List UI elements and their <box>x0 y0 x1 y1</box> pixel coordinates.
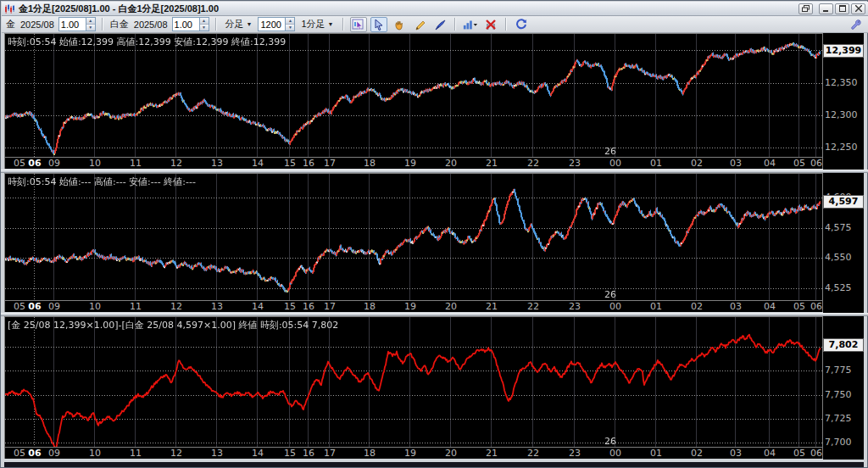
time-tick-label: 12 <box>170 158 182 169</box>
current-price-box: 4,597 <box>823 195 864 209</box>
time-tick-label: 05 <box>14 301 25 312</box>
spread-line-canvas[interactable] <box>4 316 823 448</box>
time-tick-label: 04 <box>764 301 776 312</box>
platinum-multiplier-input[interactable] <box>173 18 199 31</box>
maximize-button[interactable] <box>835 3 849 14</box>
platinum-time-axis: 0506091011121314151617181920212223000102… <box>4 301 823 312</box>
time-tick-label: 19 <box>404 158 416 169</box>
line-draw-button[interactable] <box>431 17 448 32</box>
time-tick-label: 15 <box>284 448 296 459</box>
time-tick-label: 05 <box>793 301 805 312</box>
platinum-multiplier-spinner: ▲▼ <box>172 17 209 31</box>
time-tick-label: 13 <box>211 448 223 459</box>
select-cursor-icon <box>373 19 384 31</box>
price-axis-label: 12,250 <box>825 142 858 153</box>
time-tick-label: 22 <box>527 301 539 312</box>
indicator-bars-button[interactable] <box>462 17 479 32</box>
time-tick-label: 17 <box>324 301 336 312</box>
time-tick-label: 20 <box>445 158 457 169</box>
platinum-multiplier-spin-buttons[interactable]: ▲▼ <box>199 18 209 31</box>
settings-wrench-button[interactable] <box>848 17 865 32</box>
spread-price-axis: 7,8007,7757,7507,7257,7007,802 <box>823 316 864 460</box>
time-tick-label: 21 <box>486 158 498 169</box>
bar-chart-icon <box>463 19 478 31</box>
window-bottom-strip <box>4 462 864 467</box>
chevron-down-icon: ▼ <box>247 21 253 27</box>
platinum-candlestick-canvas[interactable] <box>4 173 823 301</box>
time-tick-label: 09 <box>48 301 60 312</box>
time-tick-label: 09 <box>48 448 60 459</box>
platinum-price-axis: 4,6004,5754,5504,5254,597 <box>823 173 864 313</box>
time-tick-label: 10 <box>89 301 101 312</box>
bar-count-spin-buttons[interactable]: ▲▼ <box>285 18 294 31</box>
time-tick-label: 05 <box>793 448 805 459</box>
period-type-dropdown[interactable]: 分足 ▼ <box>223 17 255 31</box>
time-tick-label: 01 <box>650 301 662 312</box>
gold-candlestick-canvas[interactable] <box>4 33 823 158</box>
candlestick-cursor-button[interactable] <box>350 17 367 32</box>
time-tick-label: 11 <box>130 301 142 312</box>
close-button[interactable] <box>851 3 865 14</box>
minimize-button[interactable] <box>819 3 833 14</box>
title-bar[interactable]: 金1分足[2025/08]1.00 - 白金1分足[2025/08]1.00 <box>2 2 868 16</box>
time-tick-label: 15 <box>284 158 296 169</box>
time-tick-label: 01 <box>650 448 662 459</box>
time-tick-label: 19 <box>404 301 416 312</box>
time-tick-label: 19 <box>404 448 416 459</box>
time-tick-label: 16 <box>303 448 314 459</box>
time-tick-label: 01 <box>650 158 662 169</box>
bar-count-input[interactable] <box>259 18 285 31</box>
time-tick-label: 06 <box>810 301 822 312</box>
refresh-icon <box>515 19 527 31</box>
time-tick-label: 06 <box>28 158 41 169</box>
time-tick-label: 00 <box>609 448 621 459</box>
toolbar: 金 2025/08 ▲▼ 白金 2025/08 ▲▼ 分足 ▼ ▲▼ 1分足 ▼ <box>2 16 868 33</box>
toolbar-separator <box>102 18 103 31</box>
toolbar-separator <box>454 18 456 31</box>
gold-chart-panel: 時刻:05:54 始値:12,399 高値:12,399 安値:12,399 終… <box>1 33 868 170</box>
price-axis-label: 4,550 <box>825 252 852 263</box>
platinum-chart-panel: 時刻:05:54 始値:--- 高値:--- 安値:--- 終値:--- 050… <box>1 173 868 313</box>
time-tick-label: 17 <box>324 158 336 169</box>
delete-x-icon <box>485 19 497 31</box>
pan-hand-icon <box>392 19 405 31</box>
time-tick-label: 03 <box>730 158 742 169</box>
time-tick-label: 11 <box>130 158 142 169</box>
time-tick-label: 06 <box>810 448 822 459</box>
gold-multiplier-spin-buttons[interactable]: ▲▼ <box>86 18 95 31</box>
pencil-draw-button[interactable] <box>411 17 428 32</box>
gold-label: 金 <box>5 18 16 31</box>
price-axis-label: 4,575 <box>825 222 852 233</box>
time-tick-label: 12 <box>170 301 182 312</box>
price-axis-label: 4,525 <box>825 282 852 293</box>
time-tick-label: 22 <box>527 158 539 169</box>
time-tick-label: 05 <box>793 158 805 169</box>
gold-multiplier-input[interactable] <box>59 18 86 31</box>
refresh-button[interactable] <box>513 17 530 32</box>
time-tick-label: 04 <box>764 158 776 169</box>
platinum-label: 白金 <box>109 18 130 31</box>
time-tick-label: 14 <box>252 448 264 459</box>
gold-multiplier-spinner: ▲▼ <box>58 17 96 31</box>
time-tick-label: 11 <box>130 448 142 459</box>
time-tick-label: 22 <box>527 448 539 459</box>
time-tick-label: 20 <box>445 448 457 459</box>
time-tick-label: 04 <box>764 448 776 459</box>
window-group-button[interactable] <box>798 3 813 14</box>
select-cursor-button[interactable] <box>370 17 387 32</box>
time-tick-label: 18 <box>364 448 376 459</box>
period-type-label: 分足 <box>225 18 244 31</box>
time-tick-label: 23 <box>569 448 581 459</box>
current-price-box: 12,399 <box>823 44 864 58</box>
interval-dropdown[interactable]: 1分足 ▼ <box>298 17 336 31</box>
delete-drawings-button[interactable] <box>482 17 499 32</box>
time-tick-label: 13 <box>211 301 223 312</box>
time-tick-label: 03 <box>730 301 742 312</box>
pan-hand-button[interactable] <box>391 17 408 32</box>
window-title: 金1分足[2025/08]1.00 - 白金1分足[2025/08]1.00 <box>19 3 219 15</box>
bar-count-spinner: ▲▼ <box>258 17 295 31</box>
time-tick-label: 18 <box>364 158 376 169</box>
time-tick-label: 10 <box>89 158 101 169</box>
time-tick-label: 05 <box>14 158 25 169</box>
price-axis-label: 12,350 <box>825 77 858 88</box>
